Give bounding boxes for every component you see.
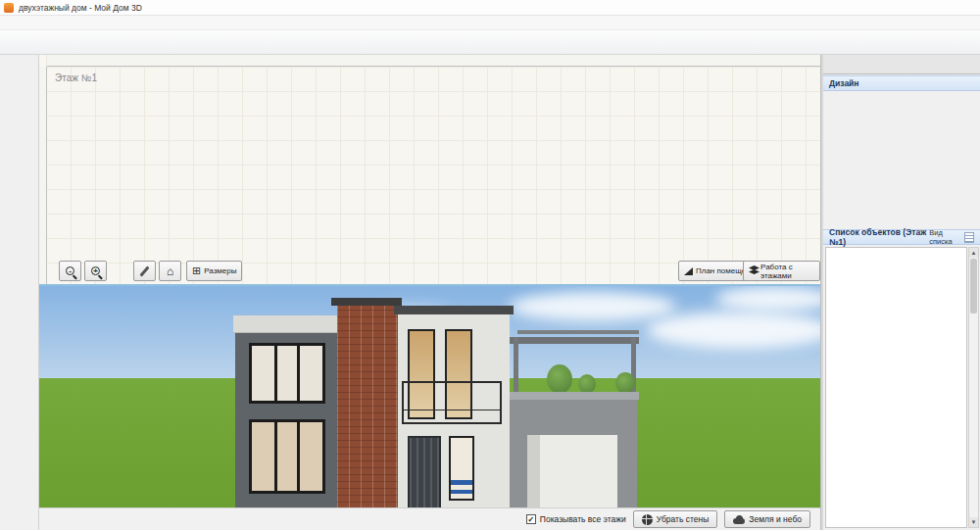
dimensions-button[interactable]: ⊞ Размеры: [186, 261, 242, 281]
remove-walls-icon: [642, 514, 653, 525]
zoom-out-icon: -: [66, 266, 74, 275]
checkbox-check-icon: ✓: [526, 514, 536, 524]
scrollbar-thumb[interactable]: [970, 259, 977, 313]
app-window: двухэтажный дом - Мой Дом 3D Этаж №1 - +…: [0, 0, 980, 530]
vertical-ruler: [39, 67, 47, 284]
brick-column-cap: [331, 298, 402, 306]
design-buttons-grid: [823, 92, 980, 96]
view3d-toolbar-right: ✓ Показывать все этажи Убрать стены Земл…: [526, 510, 820, 528]
plan-zoom-in-button[interactable]: +: [84, 261, 107, 281]
dimensions-grid-icon: ⊞: [192, 265, 201, 276]
pencil-icon: [139, 265, 149, 276]
view-list-icon: [964, 232, 974, 243]
scroll-up-icon[interactable]: ▲: [969, 248, 978, 258]
ground-sky-label: Земля и небо: [749, 514, 802, 524]
room-plan-icon: [684, 267, 693, 275]
remove-walls-button[interactable]: Убрать стены: [633, 510, 718, 528]
view-list-label: Вид списка: [929, 228, 961, 246]
right-panel: Дизайн Список объектов (Этаж №1) Вид спи…: [823, 55, 980, 530]
pergola-post-left: [514, 337, 518, 398]
front-door: [408, 436, 441, 507]
window-title: двухэтажный дом - Мой Дом 3D: [19, 3, 142, 13]
plan-draw-button[interactable]: [133, 261, 156, 281]
terrace-plant: [547, 364, 572, 394]
view-mode-sidebar: [0, 55, 39, 530]
cloud: [647, 312, 820, 349]
house-center-roof: [394, 306, 514, 314]
zoom-in-icon: +: [91, 266, 100, 275]
center-area: Этаж №1 - + ⌂ ⊞ Размеры План помещения Р…: [39, 55, 820, 530]
show-all-floors-checkbox[interactable]: ✓ Показывать все этажи: [526, 514, 626, 524]
dimensions-button-label: Размеры: [204, 266, 236, 275]
design-section-header: Дизайн: [823, 75, 980, 91]
floor-label: Этаж №1: [55, 72, 97, 83]
objects-header-label: Список объектов (Этаж №1): [829, 227, 929, 247]
remove-walls-label: Убрать стены: [657, 514, 710, 524]
view-list-control[interactable]: Вид списка: [929, 228, 974, 246]
work-with-floors-label: Работа с этажами: [760, 263, 814, 280]
objects-list-scrollbar[interactable]: ▲ ▼: [968, 247, 979, 528]
carport-opening: [527, 435, 617, 507]
objects-list: [825, 247, 967, 528]
app-icon: [4, 3, 14, 13]
house-window-upper-left: [249, 343, 325, 404]
house-window-lower-left: [249, 419, 325, 494]
brick-column: [337, 306, 398, 507]
horizontal-ruler: [47, 55, 820, 67]
terrace-plant: [578, 374, 596, 394]
house-left-roof: [233, 315, 343, 333]
main-toolbar: [0, 30, 980, 55]
show-all-floors-label: Показывать все этажи: [540, 514, 626, 524]
plan-home-button[interactable]: ⌂: [159, 261, 181, 281]
house-3d-model[interactable]: [233, 298, 639, 507]
render-3d-view[interactable]: [39, 284, 820, 507]
floor-plan-canvas[interactable]: Этаж №1 - + ⌂ ⊞ Размеры План помещения Р…: [39, 55, 820, 284]
view3d-toolbar: ✓ Показывать все этажи Убрать стены Земл…: [39, 507, 820, 530]
work-with-floors-button[interactable]: Работа с этажами: [743, 261, 820, 281]
layers-icon: [749, 265, 758, 276]
panel-tabs: [823, 55, 980, 74]
menu-bar: [0, 16, 980, 30]
scroll-down-icon[interactable]: ▼: [969, 517, 978, 527]
balcony-railing: [402, 381, 502, 424]
plan-zoom-out-button[interactable]: -: [59, 261, 81, 281]
cloud-icon: [733, 518, 745, 524]
terrace-plant: [615, 372, 635, 394]
house-window-center-lower: [449, 436, 474, 501]
pergola-beam: [510, 337, 639, 344]
ground-sky-button[interactable]: Земля и небо: [724, 510, 810, 528]
pergola-back-beam: [517, 330, 639, 334]
title-bar: двухэтажный дом - Мой Дом 3D: [0, 0, 980, 16]
house-center-block: [398, 314, 510, 507]
home-icon: ⌂: [167, 265, 173, 277]
design-header-label: Дизайн: [829, 78, 858, 88]
terrace-floor-edge: [510, 392, 639, 400]
objects-section-header: Список объектов (Этаж №1) Вид списка: [823, 229, 980, 245]
